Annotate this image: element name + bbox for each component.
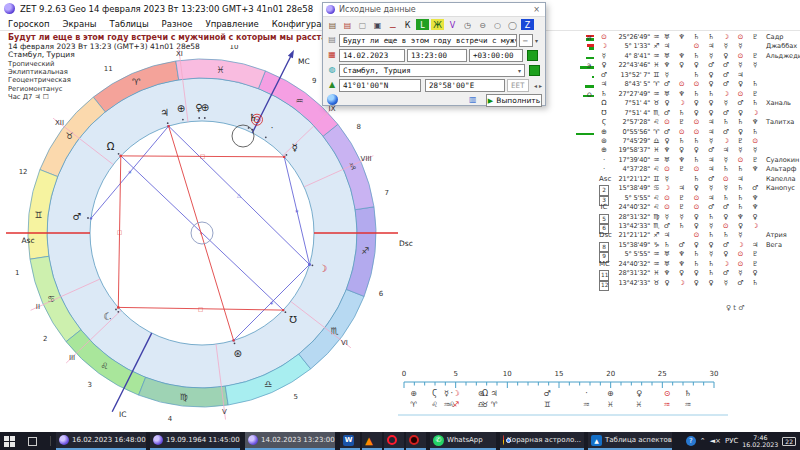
maximize-button[interactable]: [740, 0, 770, 17]
horary-question: Будут ли еще в этом году встречи с мужчи…: [8, 33, 353, 42]
save-icon[interactable]: ▣: [371, 19, 384, 30]
notification-icon[interactable]: 22: [782, 437, 796, 446]
taskbar-app-photos[interactable]: ▲Таблица аспектов ...: [588, 432, 672, 450]
zh-icon[interactable]: Ж: [431, 19, 444, 30]
svg-text:♀: ♀: [636, 389, 642, 398]
opera-icon: [387, 435, 397, 445]
timezone-input[interactable]: +03:00:00: [469, 49, 523, 62]
menu-item-0[interactable]: Гороскоп: [8, 19, 50, 29]
speaker-muted-icon[interactable]: ◄×: [710, 437, 721, 445]
task-view-button[interactable]: [28, 432, 46, 450]
atlas-button[interactable]: [529, 65, 540, 76]
svg-text:25: 25: [658, 370, 667, 378]
word-icon: W: [343, 435, 354, 446]
minus-icon[interactable]: ⚊: [386, 19, 399, 30]
globe-icon[interactable]: ◍: [326, 64, 338, 76]
s-icon[interactable]: ⊖: [476, 19, 489, 30]
place-combo[interactable]: Стамбул, Турция: [339, 64, 525, 77]
v-icon[interactable]: V: [446, 19, 459, 30]
edit-note-icon[interactable]: ▤: [326, 34, 338, 46]
dot-icon[interactable]: ○: [491, 19, 504, 30]
dialog-title-bar[interactable]: Исходные данные ×: [323, 3, 545, 17]
taskbar-app-whatsapp[interactable]: ✆WhatsApp: [430, 432, 496, 450]
star-table-row: ☽5° 1'33"♐♃⊙♃☿☿Джаббах: [570, 42, 800, 51]
execute-button[interactable]: ▶ Выполнить: [486, 94, 542, 107]
svg-text:9: 9: [312, 77, 316, 85]
z-icon[interactable]: Z: [521, 19, 534, 30]
taskbar-app-zet-1[interactable]: 19.09.1964 11:45:00: [150, 432, 240, 450]
k-icon[interactable]: К: [401, 19, 414, 30]
svg-text:♃: ♃: [491, 389, 498, 398]
fortune-glyph: ⊕: [177, 103, 185, 114]
star-table-row: 1128°31'32"♓♆♀♀♄♂☿♀: [570, 269, 800, 278]
longitude-input[interactable]: 28°58'00"E: [425, 79, 505, 92]
photos-icon: ▲: [591, 435, 602, 446]
taskbar-app-zet-2[interactable]: 14.02.2023 13:23:00: [245, 432, 335, 450]
paste-icon[interactable]: ▤: [326, 19, 339, 30]
clock-icon[interactable]: ◷: [461, 19, 474, 30]
minimize-button[interactable]: [710, 0, 740, 17]
chrome-icon: [503, 435, 504, 445]
timezone-auto-button[interactable]: [527, 50, 538, 61]
question-input[interactable]: Будут ли еще в этом году встречи с мужчи…: [339, 34, 517, 47]
l-icon[interactable]: L: [416, 19, 429, 30]
svg-text:♐: ♐: [453, 400, 460, 409]
taskbar-app-chrome[interactable]: Хорарная астроло...: [500, 432, 584, 450]
close-button[interactable]: [770, 0, 800, 17]
earth-icon[interactable]: [327, 94, 338, 105]
star-table-row: ⊕19°58'37"♓♆♀♀♂♃☿☿: [570, 146, 800, 155]
svg-text:II: II: [36, 303, 40, 311]
svg-text:⊙: ⊙: [664, 389, 671, 398]
time-input[interactable]: 13:23:00: [407, 49, 467, 62]
svg-text:♓: ♓: [636, 400, 643, 409]
chevron-up-icon[interactable]: ⌃: [700, 437, 706, 445]
taskbar-app-vlc[interactable]: ▲: [362, 432, 382, 450]
taskbar-app-zet-0[interactable]: 16.02.2023 16:48:00: [56, 432, 146, 450]
windows-taskbar: 16.02.2023 16:48:0019.09.1964 11:45:0014…: [0, 432, 800, 450]
svg-text:♌: ♌: [100, 361, 108, 371]
calendar-icon[interactable]: ▦: [326, 49, 338, 61]
svg-text:⊕: ⊕: [607, 389, 614, 398]
chevron-down-icon[interactable]: ▾: [515, 66, 524, 75]
svg-text:11: 11: [104, 65, 113, 73]
menu-item-3[interactable]: Разное: [162, 19, 193, 29]
star-table-row: Dsc21°21'12"♐♃⊙♄♄☿Атрия: [570, 231, 800, 240]
place-row: ◍ Стамбул, Турция ▾: [323, 64, 547, 78]
map-pin-icon[interactable]: ▲: [326, 79, 338, 91]
svg-text:Ω: Ω: [482, 389, 488, 398]
dialog-toolbar: ▤▤▢▣⚊КLЖV◷⊖○◯Z: [323, 17, 545, 32]
circle-icon[interactable]: ◯: [506, 19, 519, 30]
copy-icon[interactable]: ▥: [469, 95, 479, 106]
menu-item-1[interactable]: Экраны: [63, 19, 97, 29]
star-table-row: ⊕0°55'56"♈♂⊙⊙♃♂♀♄: [570, 128, 800, 137]
new-icon[interactable]: ▢: [356, 19, 369, 30]
svg-text:10: 10: [230, 45, 239, 51]
svg-text:3: 3: [87, 381, 91, 389]
vlc-icon: ▲: [365, 435, 373, 446]
spin-arrows[interactable]: ◂ ▸: [531, 81, 545, 90]
taskbar-app-word[interactable]: W: [340, 432, 360, 450]
menu-item-2[interactable]: Таблицы: [110, 19, 149, 29]
taskbar-app-record[interactable]: [406, 432, 426, 450]
latitude-input[interactable]: 41°01'00"N: [339, 79, 421, 92]
language-indicator[interactable]: РУС: [725, 437, 738, 445]
window-title: ZET 9.2.63 Geo 14 февраля 2023 Вт 13:23:…: [20, 4, 313, 14]
svg-text:5: 5: [294, 393, 298, 401]
svg-text:⊕: ⊕: [410, 389, 417, 398]
dialog-icon: [326, 5, 335, 14]
copy-red-icon[interactable]: ▤: [341, 19, 354, 30]
star-table-row: О♄27°27'49"♒♅♆♄♄☽⊙♇: [570, 90, 800, 99]
help-icon[interactable]: ?: [686, 436, 696, 446]
chevron-down-icon[interactable]: ▾: [532, 36, 541, 45]
svg-text:□: □: [198, 306, 203, 312]
dialog-close-icon[interactable]: ×: [533, 5, 540, 14]
tray-clock[interactable]: 7:4616.02.2023: [742, 434, 778, 448]
point-glyph: ⊕: [201, 102, 209, 113]
svg-text:□: □: [117, 229, 122, 235]
question-combo[interactable]: –: [519, 34, 533, 47]
menu-item-4[interactable]: Управление: [205, 19, 258, 29]
date-input[interactable]: 14.02.2023: [339, 49, 405, 62]
start-button[interactable]: [4, 432, 22, 450]
svg-text:MC: MC: [298, 57, 310, 66]
taskbar-app-opera[interactable]: [384, 432, 404, 450]
